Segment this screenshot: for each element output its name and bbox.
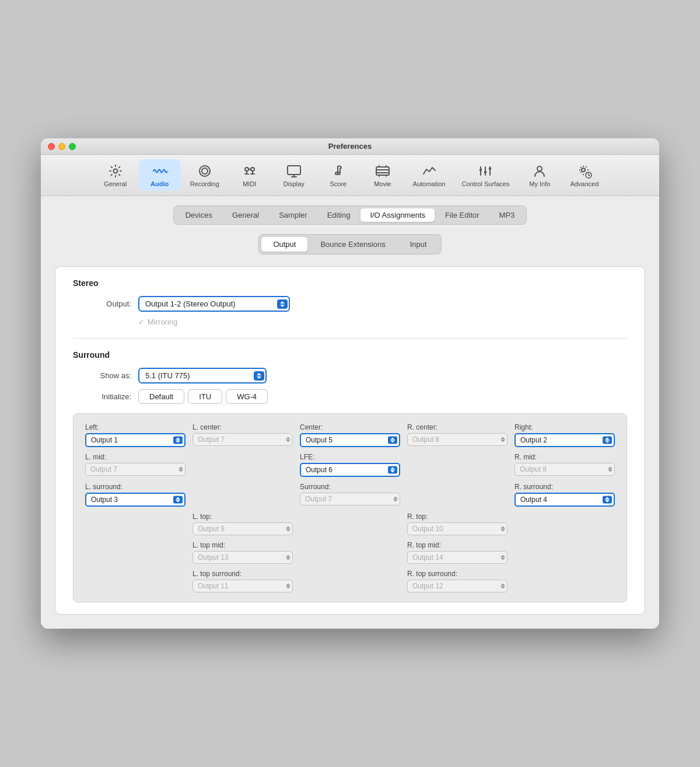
select-right[interactable]: Output 2 — [514, 433, 615, 447]
inner-tab-output[interactable]: Output — [261, 237, 307, 252]
subtab-devices[interactable]: Devices — [176, 208, 222, 222]
toolbar-item-score[interactable]: Score — [317, 159, 359, 191]
svg-point-2 — [202, 168, 208, 174]
gear-badge-icon — [577, 163, 592, 179]
toolbar-item-audio[interactable]: Audio — [139, 159, 181, 191]
toolbar-item-movie[interactable]: Movie — [362, 159, 404, 191]
select-left[interactable]: Output 1 — [85, 433, 186, 447]
select-r-top-mid[interactable]: Output 14 — [407, 551, 508, 564]
svg-rect-5 — [288, 166, 300, 175]
mirroring-label: Mirroring — [148, 318, 177, 326]
label-left: Left: — [85, 423, 186, 431]
select-l-top-surround[interactable]: Output 11 — [192, 580, 293, 592]
toolbar: General Audio Recording — [41, 155, 659, 196]
label-l-top: L. top: — [192, 513, 293, 521]
label-lfe: LFE: — [300, 453, 400, 461]
arrow-down-icon — [280, 305, 285, 307]
field-surround: Surround: Output 7 — [300, 483, 400, 507]
close-button[interactable] — [48, 143, 55, 150]
label-r-mid: R. mid: — [514, 453, 615, 461]
field-right: Right: Output 2 — [514, 423, 615, 447]
toolbar-item-my-info[interactable]: My Info — [519, 159, 561, 191]
automation-icon — [422, 163, 437, 179]
label-r-top-surround: R. top surround: — [407, 570, 508, 578]
score-icon — [331, 163, 346, 179]
label-l-surround: L. surround: — [85, 483, 186, 491]
record-icon — [197, 163, 212, 179]
subtab-editing[interactable]: Editing — [318, 208, 360, 222]
arrow-up-icon — [257, 373, 261, 375]
content-area: Devices General Sampler Editing I/O Assi… — [41, 196, 659, 629]
select-l-top-mid[interactable]: Output 13 — [192, 551, 293, 564]
select-r-top[interactable]: Output 10 — [407, 522, 508, 535]
select-l-center[interactable]: Output 7 — [192, 433, 293, 446]
subtab-file-editor[interactable]: File Editor — [436, 208, 489, 222]
select-l-surround[interactable]: Output 3 — [85, 493, 186, 507]
initialize-label: Initialize: — [73, 392, 131, 401]
select-r-center[interactable]: Output 8 — [407, 433, 508, 446]
output-label: Output: — [73, 299, 131, 308]
subtabs-bar: Devices General Sampler Editing I/O Assi… — [173, 205, 527, 225]
subtab-sampler[interactable]: Sampler — [270, 208, 316, 222]
field-r-top-mid: R. top mid: Output 14 — [407, 541, 508, 564]
select-l-mid[interactable]: Output 7 — [85, 463, 186, 476]
select-l-top[interactable]: Output 9 — [192, 522, 293, 535]
svg-point-12 — [537, 166, 542, 171]
field-l-top: L. top: Output 9 — [192, 513, 293, 535]
select-surround[interactable]: Output 7 — [300, 493, 400, 505]
btn-default[interactable]: Default — [138, 389, 184, 404]
select-center[interactable]: Output 5 — [300, 433, 400, 447]
svg-point-0 — [113, 169, 117, 173]
field-r-top: R. top: Output 10 — [407, 513, 508, 535]
inner-tab-bounce-extensions[interactable]: Bounce Extensions — [309, 237, 397, 252]
subtab-general[interactable]: General — [223, 208, 268, 222]
toolbar-label-general: General — [104, 180, 127, 187]
toolbar-label-midi: MIDI — [243, 180, 256, 187]
toolbar-label-recording: Recording — [190, 180, 219, 187]
toolbar-item-recording[interactable]: Recording — [183, 159, 226, 191]
minimize-button[interactable] — [58, 143, 65, 150]
select-r-surround[interactable]: Output 4 — [514, 493, 615, 507]
show-as-row: Show as: 5.1 (ITU 775) — [73, 368, 627, 384]
field-r-surround: R. surround: Output 4 — [514, 483, 615, 507]
toolbar-label-control-surfaces: Control Surfaces — [461, 180, 509, 187]
svg-point-1 — [200, 166, 210, 176]
select-r-mid[interactable]: Output 8 — [514, 463, 615, 476]
field-lfe: LFE: Output 6 — [300, 453, 400, 477]
subtab-mp3[interactable]: MP3 — [490, 208, 524, 222]
select-lfe[interactable]: Output 6 — [300, 463, 400, 477]
maximize-button[interactable] — [69, 143, 76, 150]
toolbar-item-automation[interactable]: Automation — [406, 159, 453, 191]
surround-title: Surround — [73, 350, 627, 360]
stereo-title: Stereo — [73, 278, 627, 288]
field-l-top-surround: L. top surround: Output 11 — [192, 570, 293, 592]
btn-wg4[interactable]: WG-4 — [226, 389, 268, 404]
toolbar-item-midi[interactable]: MIDI — [229, 159, 271, 191]
inner-tabs-bar: Output Bounce Extensions Input — [258, 234, 441, 254]
toolbar-item-general[interactable]: General — [94, 159, 136, 191]
surround-row-2: L. mid: Output 7 LFE: — [85, 453, 615, 477]
label-surround: Surround: — [300, 483, 400, 491]
initialize-buttons: Default ITU WG-4 — [138, 389, 268, 404]
field-r-mid: R. mid: Output 8 — [514, 453, 615, 477]
label-r-top: R. top: — [407, 513, 508, 521]
checkmark-icon: ✓ — [138, 318, 145, 326]
show-as-arrows[interactable] — [254, 371, 264, 381]
toolbar-item-display[interactable]: Display — [273, 159, 315, 191]
gear-icon — [108, 163, 123, 179]
label-r-center: R. center: — [407, 423, 508, 431]
select-r-top-surround[interactable]: Output 12 — [407, 580, 508, 592]
show-as-value: 5.1 (ITU 775) — [145, 371, 190, 380]
toolbar-item-advanced[interactable]: Advanced — [563, 159, 606, 191]
field-r-top-surround: R. top surround: Output 12 — [407, 570, 508, 592]
monitor-icon — [286, 163, 302, 179]
toolbar-item-control-surfaces[interactable]: Control Surfaces — [454, 159, 516, 191]
toolbar-label-automation: Automation — [413, 180, 446, 187]
inner-tab-input[interactable]: Input — [398, 237, 439, 252]
titlebar: Preferences — [41, 138, 659, 155]
btn-itu[interactable]: ITU — [188, 389, 222, 404]
stereo-section: Stereo Output: Output 1-2 (Stereo Output… — [73, 278, 627, 326]
subtab-io-assignments[interactable]: I/O Assignments — [360, 208, 435, 222]
output-select-arrows[interactable] — [277, 299, 288, 309]
arrow-down-icon — [257, 376, 261, 379]
